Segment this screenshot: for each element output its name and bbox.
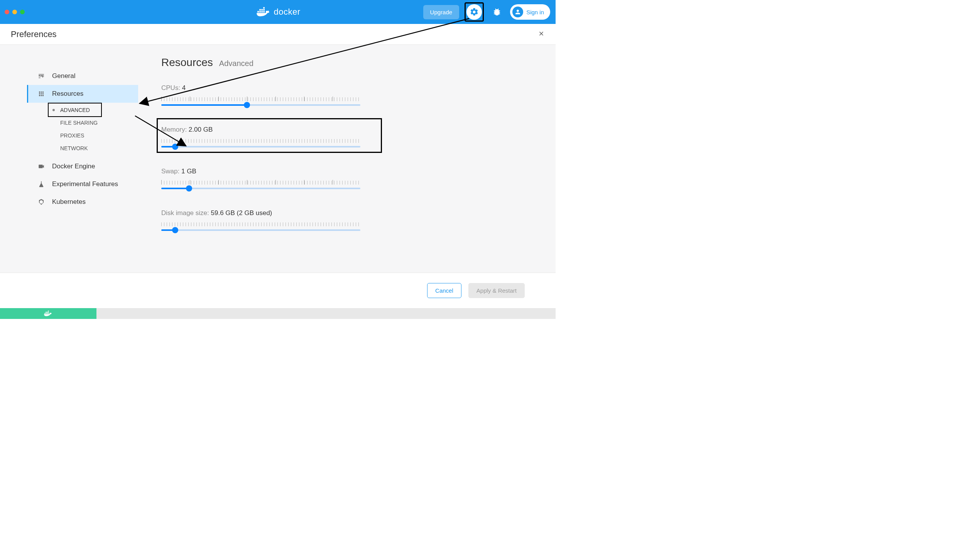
setting-cpus: CPUs: 4 (161, 84, 377, 106)
content-panel: Resources Advanced CPUs: 4 Memory: (138, 56, 377, 251)
flask-icon (37, 180, 45, 188)
close-window-button[interactable] (5, 10, 9, 14)
resources-submenu: ADVANCED FILE SHARING PROXIES NETWORK (27, 103, 138, 154)
setting-value: 1 GB (181, 168, 196, 175)
sidebar-item-docker-engine[interactable]: Docker Engine (27, 158, 138, 175)
sidebar-item-general[interactable]: General (27, 67, 138, 85)
docker-whale-icon (255, 6, 272, 18)
kubernetes-icon (37, 198, 45, 206)
footer-bar: Cancel Apply & Restart (0, 273, 556, 308)
user-avatar-icon (512, 7, 523, 17)
heading-sub: Advanced (219, 59, 253, 68)
sidebar-subitem-advanced[interactable]: ADVANCED (27, 103, 138, 116)
setting-name: Memory: (161, 126, 187, 133)
bottom-tabstrip (0, 308, 556, 319)
close-icon (538, 30, 545, 37)
preferences-body: General Resources ADVANCED FILE SHARING (0, 45, 556, 273)
swap-slider[interactable] (161, 181, 360, 189)
annotation-box-memory (157, 118, 382, 153)
stack-icon (37, 90, 45, 98)
minimize-window-button[interactable] (12, 10, 17, 14)
content-heading: Resources Advanced (161, 56, 377, 69)
signin-button[interactable]: Sign in (510, 4, 550, 20)
bug-icon (492, 7, 502, 17)
sidebar-item-label: Kubernetes (52, 198, 86, 206)
setting-disk: Disk image size: 59.6 GB (2 GB used) (161, 209, 377, 231)
sidebar-item-label: General (52, 72, 75, 80)
memory-slider[interactable] (161, 139, 360, 147)
header-actions: Upgrade Sign in (423, 2, 550, 22)
person-icon (514, 8, 521, 15)
bullet-icon (52, 109, 55, 111)
sidebar-subitem-label: FILE SHARING (60, 120, 98, 126)
disk-slider[interactable] (161, 222, 360, 231)
settings-button[interactable] (466, 4, 482, 20)
annotation-box-gear (465, 2, 484, 22)
setting-value: 4 (182, 84, 186, 92)
sidebar-subitem-label: NETWORK (60, 145, 88, 151)
cancel-button[interactable]: Cancel (427, 283, 461, 298)
sidebar-item-label: Docker Engine (52, 163, 95, 170)
sidebar-subitem-proxies[interactable]: PROXIES (27, 129, 138, 142)
setting-memory: Memory: 2.00 GB (161, 126, 377, 147)
brand-logo: docker (255, 6, 300, 18)
zoom-window-button[interactable] (20, 10, 25, 14)
troubleshoot-button[interactable] (489, 4, 505, 20)
sidebar-item-label: Experimental Features (52, 180, 118, 188)
preferences-header: Preferences (0, 24, 556, 45)
page-title: Preferences (11, 29, 57, 39)
sidebar-subitem-label: ADVANCED (60, 107, 90, 113)
sidebar: General Resources ADVANCED FILE SHARING (27, 56, 138, 251)
apply-restart-button: Apply & Restart (468, 283, 525, 298)
heading-main: Resources (161, 56, 213, 69)
brand-text: docker (274, 7, 300, 17)
sliders-icon (37, 72, 45, 80)
setting-name: CPUs: (161, 84, 180, 92)
close-button[interactable] (538, 29, 545, 39)
sidebar-item-experimental[interactable]: Experimental Features (27, 175, 138, 193)
sidebar-item-label: Resources (52, 90, 83, 98)
setting-name: Swap: (161, 168, 179, 175)
sidebar-subitem-network[interactable]: NETWORK (27, 142, 138, 154)
camera-icon (37, 163, 45, 170)
setting-value: 59.6 GB (2 GB used) (211, 209, 272, 217)
sidebar-subitem-label: PROXIES (60, 132, 84, 139)
sidebar-subitem-filesharing[interactable]: FILE SHARING (27, 116, 138, 129)
docker-whale-icon (43, 310, 53, 317)
setting-value: 2.00 GB (189, 126, 213, 133)
signin-label: Sign in (526, 9, 544, 15)
title-bar: docker Upgrade Sign in (0, 0, 556, 24)
window-controls (5, 10, 25, 14)
sidebar-item-kubernetes[interactable]: Kubernetes (27, 193, 138, 211)
gear-icon (470, 7, 479, 17)
docker-tab[interactable] (0, 308, 96, 319)
upgrade-button[interactable]: Upgrade (423, 5, 460, 19)
sidebar-item-resources[interactable]: Resources (27, 85, 138, 103)
setting-swap: Swap: 1 GB (161, 168, 377, 189)
setting-name: Disk image size: (161, 209, 209, 217)
cpus-slider[interactable] (161, 97, 360, 106)
